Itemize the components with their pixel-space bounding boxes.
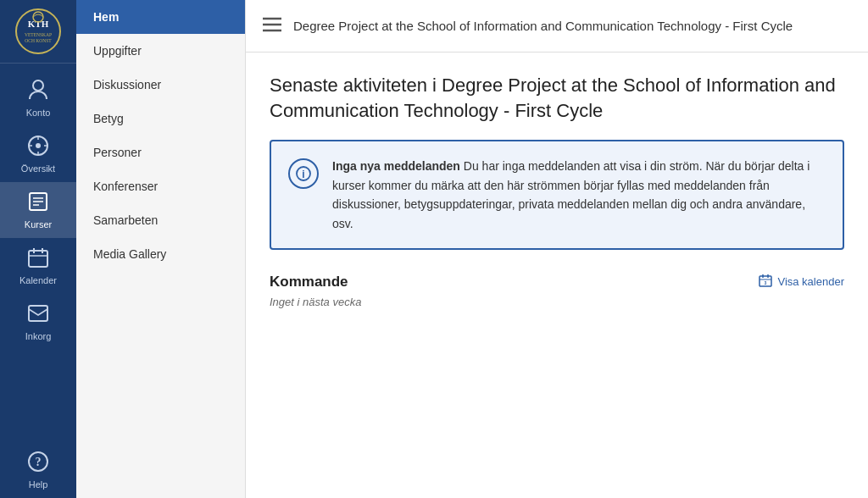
nav-item-inkorg[interactable]: Inkorg (0, 294, 76, 350)
kommande-title: Kommande (270, 274, 348, 290)
svg-text:KTH: KTH (28, 19, 49, 29)
visa-kalender-link[interactable]: 3 Visa kalender (759, 274, 844, 290)
svg-rect-12 (29, 251, 47, 267)
kalender-label: Kalender (19, 275, 57, 285)
content-area: Senaste aktiviteten i Degree Project at … (246, 53, 868, 498)
sidebar-item-samarbeten[interactable]: Samarbeten (76, 203, 245, 237)
kommande-empty-text: Inget i nästa vecka (270, 296, 844, 308)
info-box: i Inga nya meddelanden Du har inga medde… (270, 140, 844, 250)
kalender-icon (27, 246, 49, 272)
svg-text:i: i (302, 169, 304, 180)
oversikt-label: Översikt (21, 163, 55, 174)
kth-logo-area: KTH VETENSKAP OCH KONST (0, 0, 76, 64)
svg-text:?: ? (36, 456, 42, 468)
nav-item-help[interactable]: ? Help (0, 442, 76, 498)
sidebar-item-mediagallery[interactable]: Media Gallery (76, 237, 245, 271)
svg-text:OCH KONST: OCH KONST (25, 38, 52, 43)
main-content: Degree Project at the School of Informat… (246, 0, 868, 498)
visa-kalender-label: Visa kalender (777, 275, 844, 288)
konto-label: Konto (26, 108, 51, 118)
svg-point-0 (16, 9, 60, 53)
secondary-sidebar: Hem Uppgifter Diskussioner Betyg Persone… (76, 0, 246, 498)
svg-point-7 (36, 143, 41, 148)
kommande-section: Kommande 3 Visa kalender Inget i nästa v… (270, 274, 844, 308)
svg-text:3: 3 (765, 280, 767, 285)
sidebar-item-uppgifter[interactable]: Uppgifter (76, 34, 245, 68)
nav-item-oversikt[interactable]: Översikt (0, 126, 76, 182)
page-title: Senaste aktiviteten i Degree Project at … (270, 73, 844, 123)
konto-icon (26, 77, 50, 104)
info-icon: i (288, 158, 319, 189)
sidebar-item-konferenser[interactable]: Konferenser (76, 169, 245, 203)
calendar-small-icon: 3 (759, 274, 772, 290)
info-bold-text: Inga nya meddelanden (332, 159, 460, 173)
svg-text:VETENSKAP: VETENSKAP (25, 32, 52, 37)
kurser-label: Kurser (25, 219, 52, 230)
help-icon: ? (27, 451, 49, 476)
kth-logo-svg: KTH VETENSKAP OCH KONST (15, 8, 61, 54)
nav-item-kurser[interactable]: Kurser (0, 182, 76, 238)
svg-point-5 (33, 80, 43, 91)
help-label: Help (29, 479, 48, 490)
inkorg-icon (27, 302, 49, 328)
svg-rect-16 (29, 306, 47, 321)
hamburger-icon[interactable] (263, 17, 281, 35)
top-header: Degree Project at the School of Informat… (246, 0, 868, 53)
oversikt-icon (27, 135, 49, 160)
sidebar-item-betyg[interactable]: Betyg (76, 102, 245, 136)
nav-item-konto[interactable]: Konto (0, 69, 76, 126)
info-box-text: Inga nya meddelanden Du har inga meddela… (332, 157, 826, 233)
kurser-icon (27, 191, 49, 216)
header-title: Degree Project at the School of Informat… (293, 19, 793, 33)
icon-nav: KTH VETENSKAP OCH KONST Konto Översikt K… (0, 0, 76, 498)
sidebar-item-personer[interactable]: Personer (76, 136, 245, 169)
inkorg-label: Inkorg (25, 331, 52, 341)
sidebar-item-diskussioner[interactable]: Diskussioner (76, 68, 245, 102)
kommande-header: Kommande 3 Visa kalender (270, 274, 844, 290)
nav-item-kalender[interactable]: Kalender (0, 238, 76, 294)
sidebar-item-hem[interactable]: Hem (76, 0, 245, 34)
